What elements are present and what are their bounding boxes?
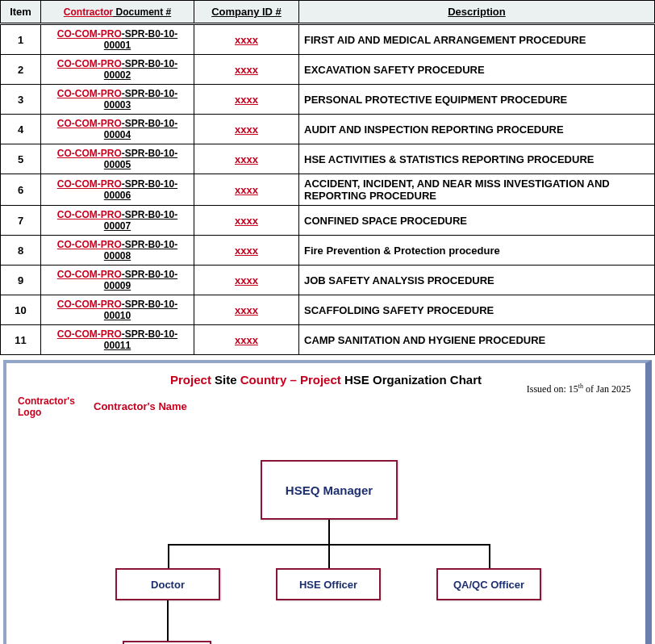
cell-description: FIRST AID AND MEDICAL ARRANGEMENT PROCED… xyxy=(299,24,655,55)
table-row: 8CO-COM-PROSPR-B0-10-00008xxxxFire Preve… xyxy=(1,236,655,266)
cell-document-number: CO-COM-PROSPR-B0-10-00008 xyxy=(41,236,194,266)
cell-document-number: CO-COM-PROSPR-B0-10-00004 xyxy=(41,115,194,144)
cell-item: 4 xyxy=(1,115,41,144)
cell-description: CAMP SANITATION AND HYGIENE PROCEDURE xyxy=(299,325,655,355)
cell-item: 3 xyxy=(1,85,41,115)
cell-document-number: CO-COM-PROSPR-B0-10-00002 xyxy=(41,55,194,85)
table-row: 6CO-COM-PROSPR-B0-10-00006xxxxACCIDENT, … xyxy=(1,174,655,206)
table-header-row: Item Contractor Document # Company ID # … xyxy=(1,1,655,24)
org-chart-panel: Project Site Country – Project HSE Organ… xyxy=(3,360,652,644)
cell-description: EXCAVATION SAFETY PROCEDURE xyxy=(299,55,655,85)
table-row: 2CO-COM-PROSPR-B0-10-00002xxxxEXCAVATION… xyxy=(1,55,655,85)
table-row: 5CO-COM-PROSPR-B0-10-00005xxxxHSE ACTIVI… xyxy=(1,144,655,174)
connector-line xyxy=(489,544,490,568)
cell-description: PERSONAL PROTECTIVE EQUIPMENT PROCEDURE xyxy=(299,85,655,115)
org-chart-area: HSEQ Manager Doctor HSE Officer QA/QC Of… xyxy=(6,460,645,644)
cell-document-number: CO-COM-PROSPR-B0-10-00005 xyxy=(41,144,194,174)
table-row: 3CO-COM-PROSPR-B0-10-00003xxxxPERSONAL P… xyxy=(1,85,655,115)
header-item: Item xyxy=(1,1,41,24)
node-qaqc-officer: QA/QC Officer xyxy=(436,568,541,600)
cell-company-id: xxxx xyxy=(194,325,299,355)
cell-company-id: xxxx xyxy=(194,206,299,236)
node-paramedic: Paramedic xyxy=(123,641,211,644)
cell-item: 5 xyxy=(1,144,41,174)
connector-line xyxy=(167,600,169,641)
cell-company-id: xxxx xyxy=(194,55,299,85)
cell-company-id: xxxx xyxy=(194,174,299,206)
cell-company-id: xxxx xyxy=(194,24,299,55)
table-row: 1CO-COM-PROSPR-B0-10-00001xxxxFIRST AID … xyxy=(1,24,655,55)
cell-description: AUDIT AND INSPECTION REPORTING PROCEDURE xyxy=(299,115,655,144)
cell-company-id: xxxx xyxy=(194,115,299,144)
node-hse-officer: HSE Officer xyxy=(276,568,381,600)
cell-description: SCAFFOLDING SAFETY PROCEDURE xyxy=(299,295,655,325)
contractor-name: Contractor's Name xyxy=(94,400,187,412)
cell-item: 9 xyxy=(1,266,41,295)
cell-document-number: CO-COM-PROSPR-B0-10-00001 xyxy=(41,24,194,55)
table-row: 10CO-COM-PROSPR-B0-10-00010xxxxSCAFFOLDI… xyxy=(1,295,655,325)
cell-document-number: CO-COM-PROSPR-B0-10-00007 xyxy=(41,206,194,236)
table-row: 11CO-COM-PROSPR-B0-10-00011xxxxCAMP SANI… xyxy=(1,325,655,355)
table-row: 4CO-COM-PROSPR-B0-10-00004xxxxAUDIT AND … xyxy=(1,115,655,144)
connector-line xyxy=(328,520,330,544)
cell-item: 6 xyxy=(1,174,41,206)
header-company-id: Company ID # xyxy=(194,1,299,24)
cell-description: CONFINED SPACE PROCEDURE xyxy=(299,206,655,236)
cell-document-number: CO-COM-PROSPR-B0-10-00003 xyxy=(41,85,194,115)
cell-company-id: xxxx xyxy=(194,266,299,295)
node-doctor: Doctor xyxy=(115,568,220,600)
cell-description: JOB SAFETY ANALYSIS PROCEDURE xyxy=(299,266,655,295)
header-document-number: Contractor Document # xyxy=(41,1,194,24)
cell-item: 8 xyxy=(1,236,41,266)
document-table: Item Contractor Document # Company ID # … xyxy=(0,0,655,355)
cell-document-number: CO-COM-PROSPR-B0-10-00009 xyxy=(41,266,194,295)
cell-item: 1 xyxy=(1,24,41,55)
cell-item: 2 xyxy=(1,55,41,85)
cell-item: 7 xyxy=(1,206,41,236)
cell-document-number: CO-COM-PROSPR-B0-10-00010 xyxy=(41,295,194,325)
table-row: 9CO-COM-PROSPR-B0-10-00009xxxxJOB SAFETY… xyxy=(1,266,655,295)
cell-company-id: xxxx xyxy=(194,85,299,115)
connector-line xyxy=(328,544,330,568)
cell-description: HSE ACTIVITIES & STATISTICS REPORTING PR… xyxy=(299,144,655,174)
table-row: 7CO-COM-PROSPR-B0-10-00007xxxxCONFINED S… xyxy=(1,206,655,236)
cell-description: Fire Prevention & Protection procedure xyxy=(299,236,655,266)
cell-company-id: xxxx xyxy=(194,236,299,266)
issued-date: Issued on: 15th of Jan 2025 xyxy=(527,383,631,395)
header-description: Description xyxy=(299,1,655,24)
cell-description: ACCIDENT, INCIDENT, AND NEAR MISS INVEST… xyxy=(299,174,655,206)
cell-company-id: xxxx xyxy=(194,295,299,325)
node-hseq-manager: HSEQ Manager xyxy=(261,460,398,520)
cell-document-number: CO-COM-PROSPR-B0-10-00006 xyxy=(41,174,194,206)
connector-line xyxy=(168,544,169,568)
cell-item: 11 xyxy=(1,325,41,355)
cell-company-id: xxxx xyxy=(194,144,299,174)
cell-item: 10 xyxy=(1,295,41,325)
cell-document-number: CO-COM-PROSPR-B0-10-00011 xyxy=(41,325,194,355)
contractor-logo-placeholder: Contractor'sLogo xyxy=(18,395,75,419)
